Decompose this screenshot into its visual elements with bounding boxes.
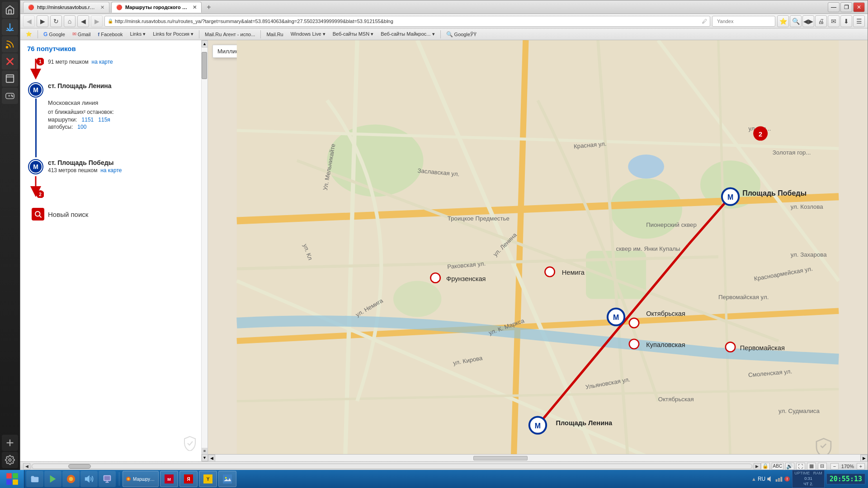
minimize-button[interactable]: — (828, 2, 840, 12)
panel-handle[interactable]: ≡ (202, 448, 208, 454)
bookmark-gmail[interactable]: ✉ Gmail (70, 30, 94, 38)
step1-map-link[interactable]: на карте (92, 59, 113, 65)
zoom-in-button[interactable]: + (857, 463, 865, 469)
title-bar: 🔴 http://minskrusavtobus.ru/ — Як... ✕ 🔴… (20, 0, 868, 14)
bookmark-msn[interactable]: Веб-сайты MSN ▾ (330, 30, 377, 38)
x-icon[interactable] (2, 53, 18, 70)
nav-icon-1[interactable]: 🔍 (790, 15, 802, 27)
window-icon[interactable] (2, 70, 18, 87)
taskbar-app-yandex[interactable]: Я (179, 471, 198, 487)
nav-icon-2[interactable]: ◀▶ (802, 15, 814, 27)
content-area: ▲ ≡ ▼ 76 попутчиков (20, 40, 868, 461)
history-forward-button[interactable]: ▶ (91, 15, 103, 27)
svg-point-50 (629, 318, 639, 328)
scroll-bar-left[interactable]: ◀ (23, 463, 30, 469)
taskbar-app-yandex2[interactable]: Y (199, 471, 217, 487)
step2-arrow-icon: 2 (28, 175, 44, 198)
scroll-right-btn[interactable]: ▶ (860, 455, 868, 462)
bookmark-google[interactable]: G Google (41, 30, 68, 38)
status-bar: ◀ ▶ 🔒 ABC 🔊 ⛶ ▦ ⊟ − 170% + (20, 461, 868, 470)
step1-distance: 91 метр пешком (48, 59, 89, 65)
start-button[interactable] (0, 470, 24, 488)
security-icon[interactable]: 🔒 (761, 463, 770, 470)
fullscreen-icon[interactable]: ⛶ (796, 463, 805, 470)
url-input[interactable] (115, 19, 700, 24)
left-sidebar (0, 0, 20, 470)
nav-icon-4[interactable]: ✉ (828, 15, 840, 27)
search-input[interactable] (717, 19, 779, 24)
map-horizontal-scrollbar[interactable]: ◀ ▶ (208, 454, 868, 461)
panel-scrollbar[interactable]: ▲ ≡ ▼ (201, 40, 208, 461)
map-svg: М Площадь Ленина М Октябрьская Купаловск… (208, 40, 868, 461)
svg-text:М: М (535, 422, 541, 430)
taskbar: Маршруты... M Я Y (0, 470, 868, 488)
taskbar-clock: 20:55:13 (826, 474, 865, 484)
search-bar[interactable] (712, 16, 775, 27)
nav-icon-6[interactable]: ☰ (853, 15, 865, 27)
settings-icon[interactable] (2, 452, 18, 468)
scroll-left-btn[interactable]: ◀ (208, 455, 215, 462)
svg-rect-111 (778, 479, 780, 482)
bookmark-star[interactable]: ⭐ (23, 30, 35, 38)
taskbar-file-manager[interactable] (26, 471, 43, 487)
taskbar-app-image[interactable] (218, 471, 236, 487)
taskbar-firefox[interactable] (62, 471, 80, 487)
svg-rect-87 (6, 473, 12, 479)
bookmark-links[interactable]: Links ▾ (127, 30, 149, 38)
rss-icon[interactable] (2, 36, 18, 52)
forward-button[interactable]: ▶ (37, 15, 48, 27)
svg-text:1: 1 (39, 59, 42, 64)
url-bar[interactable]: 🔒 🖊 (104, 16, 710, 27)
taskbar-media[interactable] (44, 471, 61, 487)
new-tab-button[interactable]: + (203, 2, 214, 13)
svg-rect-90 (13, 479, 18, 485)
zoom-out-button[interactable]: − (830, 463, 839, 469)
taskbar-app-mailru[interactable]: M (160, 471, 178, 487)
scroll-bar-right[interactable]: ▶ (754, 463, 761, 469)
new-search-button[interactable]: Новый поиск (27, 205, 93, 223)
close-button[interactable]: ✕ (853, 2, 865, 12)
svg-text:Площадь Победы: Площадь Победы (742, 189, 807, 197)
svg-text:Золотая гор...: Золотая гор... (773, 149, 811, 156)
map-area: Миллион у океана! (208, 40, 868, 461)
sound-icon[interactable]: 🔊 (785, 463, 794, 470)
tab-2[interactable]: 🔴 Маршруты городского трансп... ✕ (111, 2, 202, 13)
refresh-button[interactable]: ↻ (50, 15, 62, 27)
companions-link[interactable]: 76 попутчиков (27, 45, 193, 52)
abc-check-icon[interactable]: ABC (772, 463, 783, 470)
svg-point-99 (127, 478, 130, 480)
bus-1-link[interactable]: 100 (77, 124, 86, 130)
add-icon[interactable] (2, 435, 18, 451)
scroll-up-arrow[interactable]: ▲ (202, 40, 208, 47)
bookmark-windows-live[interactable]: Windows Live ▾ (288, 30, 328, 38)
svg-text:!: ! (787, 477, 788, 481)
home-icon[interactable] (2, 2, 18, 18)
step2-map-link[interactable]: на карте (100, 167, 122, 174)
nav-icon-3[interactable]: 🖨 (815, 15, 827, 27)
bookmark-links-russia[interactable]: Links for Россия ▾ (150, 30, 196, 38)
layout2-icon[interactable]: ⊟ (818, 463, 827, 470)
bookmark-googleyu[interactable]: 🔍 GoogleЎŸ (443, 30, 480, 38)
tab-1[interactable]: 🔴 http://minskrusavtobus.ru/ — Як... ✕ (23, 2, 109, 13)
taskbar-app-browser[interactable]: Маршруты... (123, 471, 159, 487)
layout-icon[interactable]: ▦ (807, 463, 816, 470)
bookmark-maykros[interactable]: Веб-сайты Майкрос... ▾ (378, 30, 437, 38)
minibus-2-link[interactable]: 115я (98, 117, 110, 123)
scroll-down-arrow[interactable]: ▼ (202, 454, 208, 461)
bookmark-facebook[interactable]: f Facebook (95, 31, 126, 38)
history-back-button[interactable]: ◀ (77, 15, 89, 27)
gamepad-icon[interactable] (2, 88, 18, 104)
taskbar-system[interactable] (99, 471, 116, 487)
nav-icon-5[interactable]: ⬇ (840, 15, 852, 27)
tab-1-close[interactable]: ✕ (100, 5, 104, 10)
bookmark-mailru-agent[interactable]: Mail.Ru Агент - испо... (202, 31, 258, 38)
minibus-1-link[interactable]: 1151 (82, 117, 94, 123)
add-bookmark-button[interactable]: ⭐ (777, 15, 789, 27)
taskbar-sound[interactable] (80, 471, 98, 487)
maximize-button[interactable]: ❐ (840, 2, 852, 12)
bookmark-mailru[interactable]: Mail.Ru (264, 31, 286, 38)
tab-2-close[interactable]: ✕ (193, 5, 197, 10)
download-icon[interactable] (2, 19, 18, 35)
back-button[interactable]: ◀ (23, 15, 35, 27)
home-nav-button[interactable]: ⌂ (64, 15, 75, 27)
